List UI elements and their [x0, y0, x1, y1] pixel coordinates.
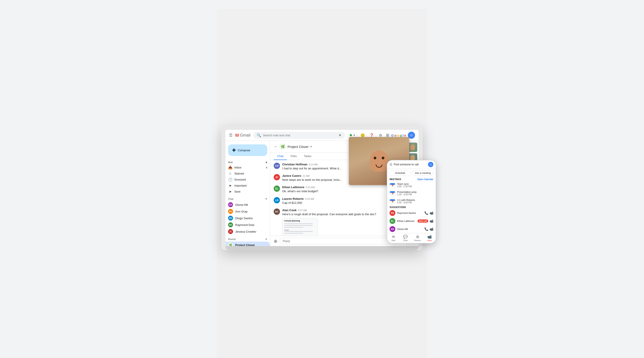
phone-join-button[interactable]: Join a meeting: [412, 170, 433, 176]
face-smile: [376, 164, 382, 168]
phone-cal-icon-3: 📅: [390, 198, 395, 204]
gmail-logo: M Gmail: [235, 133, 250, 138]
lauren-message-header: Lauren Roberts 9:24 AM: [282, 197, 403, 200]
jessica-label: Jessica Crowlev: [235, 230, 256, 233]
ethan-time: 9:23 AM: [306, 186, 314, 189]
doc-thumbnail-title: Annual planning: [284, 220, 316, 222]
phone-avatar[interactable]: U: [428, 162, 433, 167]
tab-chat[interactable]: Chat: [274, 153, 287, 160]
phone-nav-rooms[interactable]: ⊞ Rooms: [412, 235, 424, 242]
ethan-text: Ok, what's our total budget?: [282, 189, 403, 193]
phone-sug-actions-2: New call 📹: [418, 219, 433, 223]
new-call-badge: New call: [418, 219, 428, 223]
phone-suggestions-label: SUGGESTIONS: [387, 205, 436, 209]
phone-sug-actions-1: 📞 📹: [424, 211, 433, 215]
alan-name: Alan Cook: [282, 209, 296, 212]
doc-preview[interactable]: Annual planning Goals: [282, 218, 318, 236]
ann-label: Ann Gray: [235, 210, 248, 213]
sidebar-item-diogo[interactable]: DS Diogo Santos: [226, 215, 270, 221]
phone-nav-chat[interactable]: 💬 Chat: [399, 235, 412, 242]
phone-nav-mail[interactable]: ✉ Mail: [387, 235, 399, 242]
lauren-name: Lauren Roberts: [282, 197, 304, 200]
phone-nav-mail-label: Mail: [392, 239, 395, 242]
phone-meeting-time-1: 2:00 - 2:30 PM: [397, 185, 433, 188]
video-thumb-1[interactable]: [408, 143, 417, 152]
message-alan: AC Alan Cook 9:27 AM Here's a rough draf…: [274, 209, 403, 236]
search-input[interactable]: [263, 134, 337, 137]
tab-tasks[interactable]: Tasks: [300, 153, 315, 160]
google-g-letter: G: [391, 133, 394, 137]
starred-label: Starred: [234, 172, 244, 175]
sidebar-item-jessica[interactable]: JC Jessica Crowlev: [226, 228, 270, 235]
alan-message-content: Alan Cook 9:27 AM Here's a rough draft o…: [282, 209, 403, 236]
phone-action-buttons: Schedule Join a meeting: [387, 169, 436, 177]
raymond-avatar: RD: [228, 222, 233, 227]
hamburger-menu-icon[interactable]: ☰: [229, 133, 232, 138]
sidebar-item-ann[interactable]: AG Ann Gray: [226, 208, 270, 215]
sent-label: Sent: [234, 190, 240, 193]
doc-goals-label: Goals: [284, 229, 316, 231]
sidebar-item-inbox[interactable]: 📥 Inbox 4: [226, 164, 270, 171]
project-clover-room-icon: 🌿: [228, 243, 233, 246]
message-ethan: EL Ethan Lattimore 9:23 AM Ok, what's ou…: [274, 185, 403, 193]
phone-sug-name-3: Gloria Hill: [397, 228, 422, 230]
search-bar[interactable]: 🔍 ▼: [253, 132, 345, 139]
phone-meetings-label: MEETINGS: [390, 178, 401, 181]
room-dropdown-icon[interactable]: ▾: [310, 145, 312, 148]
sidebar-item-starred[interactable]: ☆ Starred: [226, 171, 270, 177]
sidebar: ✚ Compose Mail ▾ 📥 Inbox 4: [226, 141, 270, 246]
back-button[interactable]: ←: [274, 144, 278, 149]
sidebar-item-important[interactable]: ➤ Important: [226, 183, 270, 189]
phone-suggestion-2: EL Ethan Lattimore New call 📹: [387, 217, 436, 225]
phone-meeting-3: 📅 1:1 with Roberto 3:30 - 4:00 PM: [387, 197, 436, 205]
thumb-person-1: [408, 143, 417, 152]
phone-open-calendar-link[interactable]: Open Calendar: [418, 178, 433, 181]
phone-video-icon-3[interactable]: 📹: [430, 227, 433, 231]
phone-video-icon-1[interactable]: 📹: [430, 211, 433, 215]
sidebar-item-snoozed[interactable]: 🕐 Snoozed: [226, 177, 270, 183]
phone-cal-icon-2: 📅: [390, 190, 395, 196]
sidebar-item-project-clover[interactable]: 🌿 Project Clover: [226, 242, 270, 246]
sidebar-item-raymond[interactable]: RD Raymond Dow: [226, 221, 270, 228]
reply-input[interactable]: [279, 238, 391, 244]
tab-files[interactable]: Files: [287, 153, 300, 160]
rooms-add-icon[interactable]: +: [265, 237, 267, 241]
doc-line-2: [284, 225, 313, 226]
mobile-phone: ☰ Find someone to call U Schedule Join a…: [387, 160, 436, 243]
compose-button[interactable]: ✚ Compose: [228, 144, 267, 156]
phone-suggestion-3: GH Gloria Hill 📞 📹: [387, 225, 436, 233]
phone-meeting-title-1: Team sync: [397, 183, 433, 185]
inbox-label: Inbox: [234, 166, 242, 169]
diogo-label: Diogo Santos: [235, 217, 253, 220]
sidebar-item-gloria[interactable]: GH Gloria Hill: [226, 201, 270, 208]
sidebar-item-sent[interactable]: ➤ Sent: [226, 189, 270, 195]
phone-schedule-button[interactable]: Schedule: [390, 170, 411, 176]
phone-sug-avatar-2: EL: [390, 218, 395, 224]
phone-call-icon-3[interactable]: 📞: [424, 227, 428, 231]
mail-collapse-icon[interactable]: ▾: [266, 160, 267, 164]
phone-nav-meet-label: Meet: [427, 239, 432, 242]
status-dot-icon: [350, 134, 352, 136]
phone-nav-rooms-label: Rooms: [414, 239, 421, 242]
chat-section-label: Chat +: [226, 196, 270, 201]
reply-add-icon[interactable]: ⊕: [274, 238, 278, 244]
search-dropdown-icon[interactable]: ▼: [338, 133, 342, 137]
phone-meeting-1: 📅 Team sync 2:00 - 2:30 PM: [387, 181, 436, 189]
doc-thumbnail: Annual planning Goals: [282, 218, 318, 236]
gmail-m-icon: M: [235, 133, 239, 138]
phone-meeting-time-2: 1:30 - 4:00 PM: [397, 193, 433, 196]
mail-section-label: Mail ▾: [226, 160, 270, 164]
ethan-message-content: Ethan Lattimore 9:23 AM Ok, what's our t…: [282, 185, 403, 193]
lauren-text: Cap of $12,000: [282, 201, 403, 205]
phone-video-icon-2[interactable]: 📹: [430, 219, 433, 223]
phone-nav-chat-label: Chat: [403, 239, 408, 242]
alan-time: 9:27 AM: [298, 209, 307, 212]
mail-section-text: Mail: [228, 161, 232, 164]
phone-menu-icon[interactable]: ☰: [390, 163, 392, 166]
important-icon: ➤: [228, 183, 232, 188]
phone-call-icon-1[interactable]: 📞: [424, 211, 428, 215]
chat-add-icon[interactable]: +: [265, 197, 267, 201]
lauren-time: 9:24 AM: [305, 198, 314, 200]
phone-nav-meet[interactable]: 📹 Meet: [424, 235, 436, 242]
phone-sug-name-2: Ethan Lattimore: [397, 220, 416, 222]
